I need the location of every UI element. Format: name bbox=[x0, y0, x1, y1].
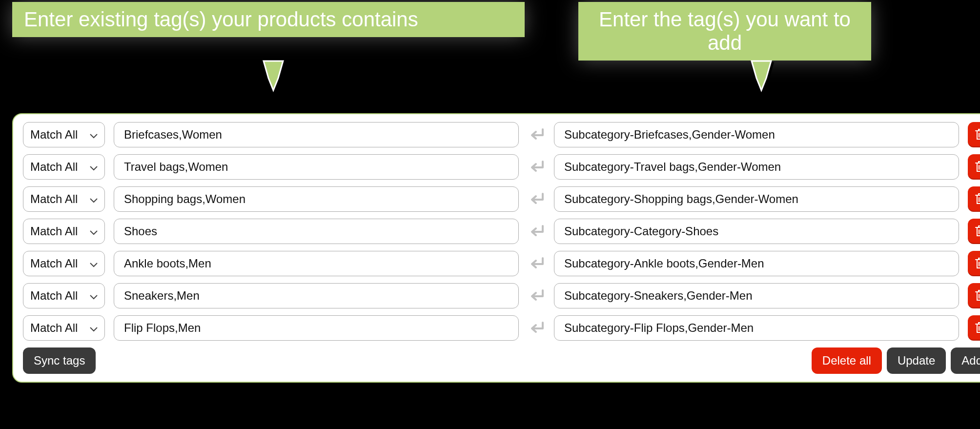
enter-icon bbox=[528, 321, 545, 335]
match-mode-label: Match All bbox=[30, 257, 78, 270]
match-mode-label: Match All bbox=[30, 289, 78, 303]
sync-tags-button[interactable]: Sync tags bbox=[23, 347, 96, 374]
arrow-pointer-icon bbox=[747, 59, 776, 93]
match-mode-select[interactable]: Match All bbox=[23, 186, 105, 212]
trash-icon bbox=[974, 160, 980, 175]
tag-rule-row: Match All bbox=[23, 154, 980, 180]
update-button[interactable]: Update bbox=[887, 347, 946, 374]
delete-row-button[interactable] bbox=[968, 122, 980, 147]
match-mode-label: Match All bbox=[30, 192, 78, 206]
tag-rule-row: Match All bbox=[23, 219, 980, 244]
tag-rule-row: Match All bbox=[23, 122, 980, 147]
match-mode-select[interactable]: Match All bbox=[23, 251, 105, 276]
match-mode-select[interactable]: Match All bbox=[23, 283, 105, 308]
arrow-pointer-icon bbox=[259, 59, 288, 93]
enter-icon bbox=[528, 288, 545, 303]
tag-rule-row: Match All bbox=[23, 283, 980, 308]
footer-right-buttons: Delete all Update Add bbox=[812, 347, 980, 374]
trash-icon bbox=[974, 256, 980, 271]
delete-row-button[interactable] bbox=[968, 315, 980, 341]
trash-icon bbox=[974, 224, 980, 239]
delete-row-button[interactable] bbox=[968, 219, 980, 244]
add-tags-input[interactable] bbox=[554, 315, 959, 341]
match-mode-label: Match All bbox=[30, 128, 78, 142]
existing-tags-input[interactable] bbox=[114, 315, 519, 341]
tag-rule-row: Match All bbox=[23, 251, 980, 276]
chevron-down-icon bbox=[90, 160, 98, 174]
enter-icon bbox=[528, 160, 545, 174]
add-tags-input[interactable] bbox=[554, 219, 959, 244]
callout-existing-tags: Enter existing tag(s) your products cont… bbox=[12, 2, 525, 37]
existing-tags-input[interactable] bbox=[114, 219, 519, 244]
delete-row-button[interactable] bbox=[968, 186, 980, 212]
match-mode-select[interactable]: Match All bbox=[23, 154, 105, 180]
delete-row-button[interactable] bbox=[968, 154, 980, 180]
add-tags-input[interactable] bbox=[554, 154, 959, 180]
add-tags-input[interactable] bbox=[554, 186, 959, 212]
enter-icon bbox=[528, 127, 545, 142]
existing-tags-input[interactable] bbox=[114, 251, 519, 276]
delete-row-button[interactable] bbox=[968, 251, 980, 276]
tag-rule-row: Match All bbox=[23, 315, 980, 341]
existing-tags-input[interactable] bbox=[114, 154, 519, 180]
chevron-down-icon bbox=[90, 289, 98, 303]
tag-rule-row: Match All bbox=[23, 186, 980, 212]
match-mode-label: Match All bbox=[30, 160, 78, 174]
add-tags-input[interactable] bbox=[554, 122, 959, 147]
callout-add-tags: Enter the tag(s) you want to add bbox=[578, 2, 871, 61]
trash-icon bbox=[974, 192, 980, 207]
existing-tags-input[interactable] bbox=[114, 283, 519, 308]
chevron-down-icon bbox=[90, 192, 98, 206]
enter-icon bbox=[528, 224, 545, 239]
chevron-down-icon bbox=[90, 321, 98, 335]
match-mode-select[interactable]: Match All bbox=[23, 122, 105, 147]
match-mode-select[interactable]: Match All bbox=[23, 315, 105, 341]
enter-icon bbox=[528, 192, 545, 206]
chevron-down-icon bbox=[90, 257, 98, 270]
delete-row-button[interactable] bbox=[968, 283, 980, 308]
tag-rules-panel: Match All Match All bbox=[12, 113, 980, 383]
add-tags-input[interactable] bbox=[554, 283, 959, 308]
add-tags-input[interactable] bbox=[554, 251, 959, 276]
trash-icon bbox=[974, 127, 980, 143]
match-mode-label: Match All bbox=[30, 321, 78, 335]
delete-all-button[interactable]: Delete all bbox=[812, 347, 882, 374]
enter-icon bbox=[528, 256, 545, 271]
existing-tags-input[interactable] bbox=[114, 186, 519, 212]
existing-tags-input[interactable] bbox=[114, 122, 519, 147]
match-mode-select[interactable]: Match All bbox=[23, 219, 105, 244]
panel-footer: Sync tags Delete all Update Add bbox=[23, 347, 980, 374]
chevron-down-icon bbox=[90, 225, 98, 238]
chevron-down-icon bbox=[90, 128, 98, 142]
trash-icon bbox=[974, 288, 980, 304]
add-button[interactable]: Add bbox=[951, 347, 980, 374]
trash-icon bbox=[974, 321, 980, 336]
match-mode-label: Match All bbox=[30, 225, 78, 238]
